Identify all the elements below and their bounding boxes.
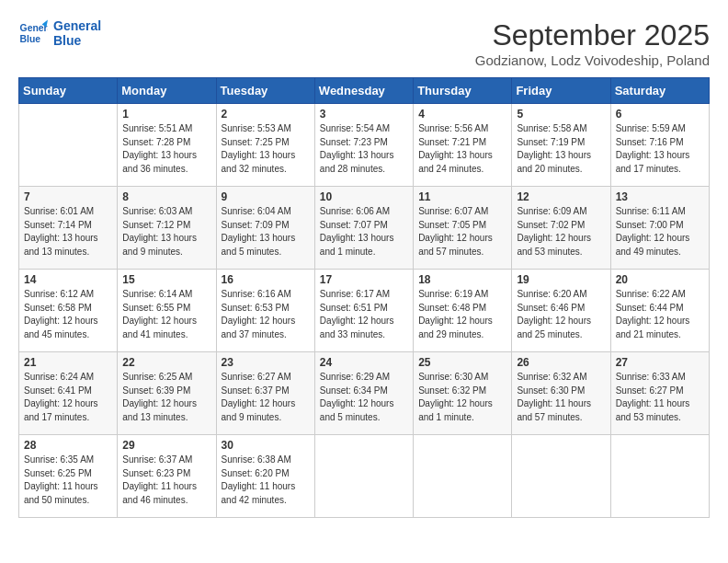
day-number: 9 xyxy=(222,190,310,203)
calendar-cell: 30Sunrise: 6:38 AM Sunset: 6:20 PM Dayli… xyxy=(216,435,314,518)
day-info: Sunrise: 6:09 AM Sunset: 7:02 PM Dayligh… xyxy=(517,205,605,259)
day-info: Sunrise: 6:29 AM Sunset: 6:34 PM Dayligh… xyxy=(320,371,408,424)
calendar-body: 1Sunrise: 5:51 AM Sunset: 7:28 PM Daylig… xyxy=(19,104,710,518)
week-row-5: 28Sunrise: 6:35 AM Sunset: 6:25 PM Dayli… xyxy=(19,435,710,518)
day-number: 14 xyxy=(24,273,112,286)
day-number: 24 xyxy=(320,356,408,369)
day-info: Sunrise: 6:37 AM Sunset: 6:23 PM Dayligh… xyxy=(122,454,210,507)
week-row-1: 1Sunrise: 5:51 AM Sunset: 7:28 PM Daylig… xyxy=(19,104,710,187)
calendar-cell xyxy=(512,435,610,518)
calendar-cell: 12Sunrise: 6:09 AM Sunset: 7:02 PM Dayli… xyxy=(512,187,610,270)
day-info: Sunrise: 6:32 AM Sunset: 6:30 PM Dayligh… xyxy=(517,371,605,424)
month-title: September 2025 xyxy=(475,18,710,52)
day-number: 12 xyxy=(517,190,605,203)
day-info: Sunrise: 6:01 AM Sunset: 7:14 PM Dayligh… xyxy=(24,205,112,259)
header-day-wednesday: Wednesday xyxy=(314,78,413,104)
day-info: Sunrise: 6:22 AM Sunset: 6:44 PM Dayligh… xyxy=(616,288,704,341)
day-number: 15 xyxy=(122,273,210,286)
day-number: 7 xyxy=(24,190,112,203)
day-number: 29 xyxy=(122,439,210,452)
calendar-cell: 15Sunrise: 6:14 AM Sunset: 6:55 PM Dayli… xyxy=(118,270,216,352)
day-info: Sunrise: 6:14 AM Sunset: 6:55 PM Dayligh… xyxy=(122,288,210,341)
day-number: 28 xyxy=(24,439,112,452)
day-number: 10 xyxy=(320,190,408,203)
day-info: Sunrise: 6:30 AM Sunset: 6:32 PM Dayligh… xyxy=(418,371,506,424)
day-info: Sunrise: 5:58 AM Sunset: 7:19 PM Dayligh… xyxy=(517,122,605,176)
day-number: 3 xyxy=(320,108,408,121)
day-info: Sunrise: 6:07 AM Sunset: 7:05 PM Dayligh… xyxy=(418,205,506,259)
calendar-cell: 19Sunrise: 6:20 AM Sunset: 6:46 PM Dayli… xyxy=(512,270,610,352)
day-info: Sunrise: 6:25 AM Sunset: 6:39 PM Dayligh… xyxy=(122,371,210,424)
header-row: SundayMondayTuesdayWednesdayThursdayFrid… xyxy=(19,78,710,104)
calendar-cell: 11Sunrise: 6:07 AM Sunset: 7:05 PM Dayli… xyxy=(414,187,512,270)
logo: General Blue General Blue xyxy=(18,18,101,48)
calendar-cell: 14Sunrise: 6:12 AM Sunset: 6:58 PM Dayli… xyxy=(19,270,118,352)
calendar-cell: 20Sunrise: 6:22 AM Sunset: 6:44 PM Dayli… xyxy=(610,270,709,352)
day-info: Sunrise: 6:38 AM Sunset: 6:20 PM Dayligh… xyxy=(222,454,310,507)
day-number: 23 xyxy=(222,356,310,369)
calendar-cell: 9Sunrise: 6:04 AM Sunset: 7:09 PM Daylig… xyxy=(216,187,314,270)
day-number: 1 xyxy=(122,108,210,121)
calendar-cell: 1Sunrise: 5:51 AM Sunset: 7:28 PM Daylig… xyxy=(118,104,216,187)
logo-line2: Blue xyxy=(53,33,101,48)
calendar-cell: 10Sunrise: 6:06 AM Sunset: 7:07 PM Dayli… xyxy=(314,187,413,270)
day-number: 18 xyxy=(418,273,506,286)
calendar-cell xyxy=(19,104,118,187)
header-day-thursday: Thursday xyxy=(414,78,512,104)
day-number: 22 xyxy=(122,356,210,369)
calendar-cell: 26Sunrise: 6:32 AM Sunset: 6:30 PM Dayli… xyxy=(512,352,610,435)
header-day-monday: Monday xyxy=(118,78,216,104)
calendar-cell: 3Sunrise: 5:54 AM Sunset: 7:23 PM Daylig… xyxy=(314,104,413,187)
day-number: 8 xyxy=(122,190,210,203)
day-info: Sunrise: 6:04 AM Sunset: 7:09 PM Dayligh… xyxy=(222,205,310,259)
calendar-cell: 8Sunrise: 6:03 AM Sunset: 7:12 PM Daylig… xyxy=(118,187,216,270)
week-row-2: 7Sunrise: 6:01 AM Sunset: 7:14 PM Daylig… xyxy=(19,187,710,270)
header-day-tuesday: Tuesday xyxy=(216,78,314,104)
calendar-cell: 16Sunrise: 6:16 AM Sunset: 6:53 PM Dayli… xyxy=(216,270,314,352)
day-info: Sunrise: 6:19 AM Sunset: 6:48 PM Dayligh… xyxy=(418,288,506,341)
title-block: September 2025 Godzianow, Lodz Voivodesh… xyxy=(475,18,710,68)
calendar-header: SundayMondayTuesdayWednesdayThursdayFrid… xyxy=(19,78,710,104)
calendar-cell xyxy=(414,435,512,518)
calendar-cell: 27Sunrise: 6:33 AM Sunset: 6:27 PM Dayli… xyxy=(610,352,709,435)
day-number: 20 xyxy=(616,273,704,286)
week-row-4: 21Sunrise: 6:24 AM Sunset: 6:41 PM Dayli… xyxy=(19,352,710,435)
day-info: Sunrise: 6:20 AM Sunset: 6:46 PM Dayligh… xyxy=(517,288,605,341)
day-info: Sunrise: 6:35 AM Sunset: 6:25 PM Dayligh… xyxy=(24,454,112,507)
header-day-saturday: Saturday xyxy=(610,78,709,104)
header-day-sunday: Sunday xyxy=(19,78,118,104)
day-info: Sunrise: 6:33 AM Sunset: 6:27 PM Dayligh… xyxy=(616,371,704,424)
calendar-cell: 13Sunrise: 6:11 AM Sunset: 7:00 PM Dayli… xyxy=(610,187,709,270)
calendar-cell: 23Sunrise: 6:27 AM Sunset: 6:37 PM Dayli… xyxy=(216,352,314,435)
day-number: 21 xyxy=(24,356,112,369)
calendar-cell xyxy=(314,435,413,518)
calendar-cell: 7Sunrise: 6:01 AM Sunset: 7:14 PM Daylig… xyxy=(19,187,118,270)
calendar-cell: 18Sunrise: 6:19 AM Sunset: 6:48 PM Dayli… xyxy=(414,270,512,352)
day-number: 11 xyxy=(418,190,506,203)
calendar-cell: 6Sunrise: 5:59 AM Sunset: 7:16 PM Daylig… xyxy=(610,104,709,187)
day-info: Sunrise: 6:27 AM Sunset: 6:37 PM Dayligh… xyxy=(222,371,310,424)
header-day-friday: Friday xyxy=(512,78,610,104)
calendar-cell xyxy=(610,435,709,518)
calendar-cell: 2Sunrise: 5:53 AM Sunset: 7:25 PM Daylig… xyxy=(216,104,314,187)
calendar-cell: 21Sunrise: 6:24 AM Sunset: 6:41 PM Dayli… xyxy=(19,352,118,435)
calendar-cell: 5Sunrise: 5:58 AM Sunset: 7:19 PM Daylig… xyxy=(512,104,610,187)
day-info: Sunrise: 6:17 AM Sunset: 6:51 PM Dayligh… xyxy=(320,288,408,341)
day-number: 13 xyxy=(616,190,704,203)
calendar-cell: 17Sunrise: 6:17 AM Sunset: 6:51 PM Dayli… xyxy=(314,270,413,352)
day-number: 27 xyxy=(616,356,704,369)
day-number: 5 xyxy=(517,108,605,121)
day-info: Sunrise: 5:53 AM Sunset: 7:25 PM Dayligh… xyxy=(222,122,310,176)
day-number: 4 xyxy=(418,108,506,121)
day-number: 25 xyxy=(418,356,506,369)
day-info: Sunrise: 6:06 AM Sunset: 7:07 PM Dayligh… xyxy=(320,205,408,259)
day-number: 6 xyxy=(616,108,704,121)
svg-text:Blue: Blue xyxy=(20,34,41,44)
day-number: 2 xyxy=(222,108,310,121)
day-info: Sunrise: 5:51 AM Sunset: 7:28 PM Dayligh… xyxy=(122,122,210,176)
day-info: Sunrise: 6:11 AM Sunset: 7:00 PM Dayligh… xyxy=(616,205,704,259)
page-header: General Blue General Blue September 2025… xyxy=(18,18,710,68)
logo-line1: General xyxy=(53,18,101,33)
day-number: 19 xyxy=(517,273,605,286)
day-number: 30 xyxy=(222,439,310,452)
